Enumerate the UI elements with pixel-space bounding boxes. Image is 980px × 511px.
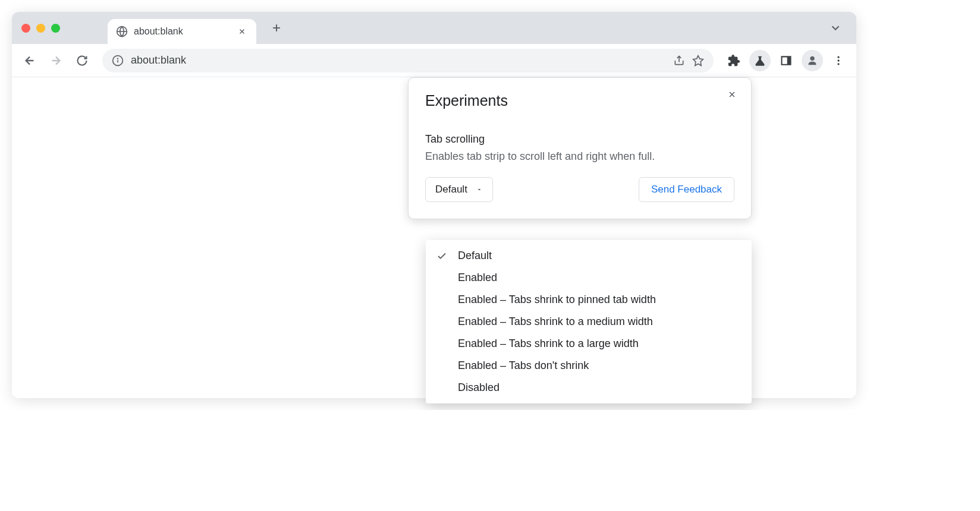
info-icon[interactable] bbox=[112, 55, 124, 67]
svg-point-7 bbox=[837, 63, 839, 65]
experiment-select-dropdown: Default Enabled Enabled – Tabs shrink to… bbox=[426, 240, 752, 403]
new-tab-button[interactable] bbox=[266, 17, 287, 39]
menu-icon[interactable] bbox=[828, 50, 849, 71]
experiment-description: Enables tab strip to scroll left and rig… bbox=[425, 150, 734, 163]
dropdown-option[interactable]: Enabled – Tabs shrink to a large width bbox=[426, 333, 752, 355]
dropdown-option-label: Enabled – Tabs don't shrink bbox=[458, 359, 589, 372]
send-feedback-button[interactable]: Send Feedback bbox=[639, 177, 734, 202]
browser-tab[interactable]: about:blank bbox=[108, 19, 256, 44]
profile-icon[interactable] bbox=[802, 50, 823, 71]
dropdown-option-label: Enabled – Tabs shrink to a medium width bbox=[458, 316, 653, 328]
dropdown-option-label: Enabled bbox=[458, 272, 497, 284]
close-popup-button[interactable] bbox=[724, 86, 740, 103]
dropdown-option[interactable]: Enabled – Tabs shrink to pinned tab widt… bbox=[426, 289, 752, 311]
maximize-window-button[interactable] bbox=[51, 24, 60, 33]
tab-strip: about:blank bbox=[12, 12, 856, 44]
dropdown-option[interactable]: Default bbox=[426, 245, 752, 267]
select-value: Default bbox=[435, 184, 467, 195]
experiment-select[interactable]: Default bbox=[425, 177, 493, 202]
dropdown-option-label: Default bbox=[458, 250, 492, 262]
dropdown-option[interactable]: Enabled – Tabs shrink to a medium width bbox=[426, 311, 752, 333]
back-button[interactable] bbox=[19, 50, 40, 71]
dropdown-option[interactable]: Enabled bbox=[426, 267, 752, 289]
reload-button[interactable] bbox=[71, 50, 93, 71]
dropdown-option[interactable]: Enabled – Tabs don't shrink bbox=[426, 355, 752, 377]
close-tab-button[interactable] bbox=[236, 26, 248, 37]
extensions-icon[interactable] bbox=[723, 50, 745, 71]
svg-point-5 bbox=[837, 56, 839, 58]
side-panel-icon[interactable] bbox=[775, 50, 797, 71]
dropdown-option-label: Disabled bbox=[458, 381, 500, 394]
window-controls bbox=[21, 24, 60, 33]
globe-icon bbox=[116, 26, 128, 37]
popup-title: Experiments bbox=[425, 92, 734, 109]
experiment-name: Tab scrolling bbox=[425, 133, 734, 146]
tab-title: about:blank bbox=[134, 26, 230, 37]
dropdown-option[interactable]: Disabled bbox=[426, 377, 752, 399]
address-bar-text: about:blank bbox=[131, 54, 666, 67]
svg-rect-3 bbox=[787, 56, 791, 64]
share-icon[interactable] bbox=[673, 55, 685, 67]
toolbar: about:blank bbox=[12, 44, 856, 77]
tab-overflow-button[interactable] bbox=[829, 21, 842, 34]
address-bar[interactable]: about:blank bbox=[102, 49, 714, 72]
svg-point-4 bbox=[810, 56, 814, 60]
forward-button[interactable] bbox=[45, 50, 67, 71]
content-area: Experiments Tab scrolling Enables tab st… bbox=[12, 77, 856, 398]
minimize-window-button[interactable] bbox=[36, 24, 45, 33]
bookmark-icon[interactable] bbox=[692, 55, 704, 67]
caret-down-icon bbox=[476, 186, 483, 193]
browser-window: about:blank about:blank bbox=[12, 12, 856, 398]
check-icon bbox=[436, 251, 450, 261]
dropdown-option-label: Enabled – Tabs shrink to a large width bbox=[458, 337, 639, 350]
labs-icon[interactable] bbox=[749, 50, 771, 71]
svg-point-6 bbox=[837, 59, 839, 61]
close-window-button[interactable] bbox=[21, 24, 30, 33]
experiments-popup: Experiments Tab scrolling Enables tab st… bbox=[408, 77, 752, 219]
svg-point-2 bbox=[118, 58, 118, 59]
dropdown-option-label: Enabled – Tabs shrink to pinned tab widt… bbox=[458, 294, 656, 306]
